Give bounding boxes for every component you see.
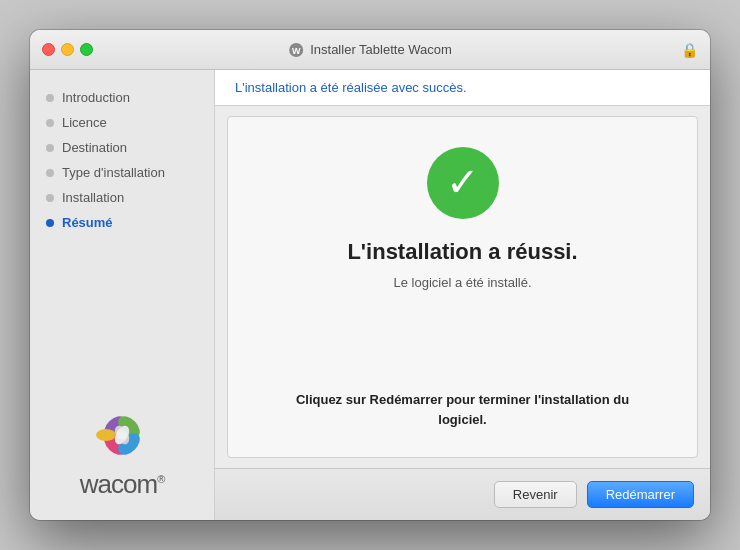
svg-point-9 — [96, 429, 116, 441]
wacom-logo-graphic — [77, 402, 167, 467]
wacom-title-icon: W — [288, 42, 304, 58]
sidebar-label-introduction: Introduction — [62, 90, 130, 105]
status-banner: L'installation a été réalisée avec succè… — [215, 70, 710, 106]
content-area: ✓ L'installation a réussi. Le logiciel a… — [227, 116, 698, 458]
traffic-lights — [42, 43, 93, 56]
main-content: Introduction Licence Destination Type d'… — [30, 70, 710, 520]
window-title: Installer Tablette Wacom — [310, 42, 452, 57]
maximize-button[interactable] — [80, 43, 93, 56]
right-panel: L'installation a été réalisée avec succè… — [215, 70, 710, 520]
sidebar-dot — [46, 144, 54, 152]
close-button[interactable] — [42, 43, 55, 56]
sidebar-item-type-installation[interactable]: Type d'installation — [30, 160, 214, 185]
success-subtitle: Le logiciel a été installé. — [393, 275, 531, 290]
title-bar-title: W Installer Tablette Wacom — [288, 42, 452, 58]
back-button[interactable]: Revenir — [494, 481, 577, 508]
sidebar-item-installation[interactable]: Installation — [30, 185, 214, 210]
svg-point-8 — [117, 430, 127, 440]
sidebar-item-destination[interactable]: Destination — [30, 135, 214, 160]
sidebar-nav: Introduction Licence Destination Type d'… — [30, 80, 214, 240]
sidebar-label-installation: Installation — [62, 190, 124, 205]
status-text: L'installation a été réalisée avec succè… — [235, 80, 467, 95]
installer-window: W Installer Tablette Wacom 🔒 Introductio… — [30, 30, 710, 520]
sidebar-dot — [46, 119, 54, 127]
wacom-logo: wacom® — [30, 382, 214, 520]
sidebar-item-licence[interactable]: Licence — [30, 110, 214, 135]
sidebar-dot — [46, 194, 54, 202]
footer: Revenir Redémarrer — [215, 468, 710, 520]
sidebar-label-destination: Destination — [62, 140, 127, 155]
sidebar-dot — [46, 169, 54, 177]
sidebar: Introduction Licence Destination Type d'… — [30, 70, 215, 520]
wacom-text-label: wacom® — [80, 469, 164, 500]
title-bar: W Installer Tablette Wacom 🔒 — [30, 30, 710, 70]
restart-message: Cliquez sur Redémarrer pour terminer l'i… — [248, 390, 677, 429]
restart-button[interactable]: Redémarrer — [587, 481, 694, 508]
minimize-button[interactable] — [61, 43, 74, 56]
sidebar-label-resume: Résumé — [62, 215, 113, 230]
sidebar-dot — [46, 94, 54, 102]
sidebar-item-resume[interactable]: Résumé — [30, 210, 214, 235]
sidebar-item-introduction[interactable]: Introduction — [30, 85, 214, 110]
checkmark-icon: ✓ — [446, 162, 480, 202]
lock-icon: 🔒 — [681, 42, 698, 58]
sidebar-label-licence: Licence — [62, 115, 107, 130]
svg-text:W: W — [292, 46, 301, 56]
sidebar-dot-active — [46, 219, 54, 227]
success-icon: ✓ — [427, 147, 499, 219]
sidebar-label-type-installation: Type d'installation — [62, 165, 165, 180]
success-title: L'installation a réussi. — [347, 239, 577, 265]
